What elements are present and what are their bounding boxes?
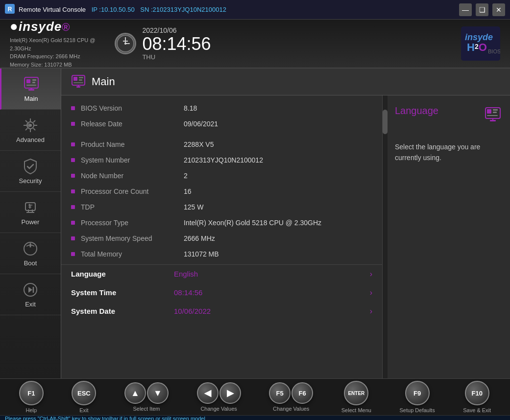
svg-rect-48 [493,112,497,113]
svg-rect-51 [492,118,493,120]
sidebar-item-exit[interactable]: Exit [0,274,61,315]
fn-key-circle-f6: F6 [291,382,313,404]
field-value-system-number: 2102313YJQ10N2100012 [184,156,372,164]
field-value-system-date: 10/06/2022 [174,307,365,315]
field-value-system-memory-speed: 2666 MHz [184,234,372,242]
svg-line-25 [33,120,35,122]
field-row-processor-core-count: Processor Core Count 16 [61,184,382,199]
bios-logo: insyde H2O BIOS [461,26,500,61]
fn-key-label-leftright: Change Values [200,406,237,412]
fn-key-f5[interactable]: F5 [269,382,291,406]
clock-section: 2022/10/06 08:14:56 THU [115,26,211,61]
exit-icon [22,281,39,299]
day-text: THU [142,53,211,61]
field-row-system-number: System Number 2102313YJQ10N2100012 [61,152,382,168]
fn-key-up-down: ▲ ▼ Select Item [124,382,169,412]
svg-rect-42 [73,82,83,83]
field-bullet [71,142,75,146]
header: ●insyde® Intel(R) Xeon(R) Gold 5218 CPU … [0,20,510,69]
title-bar-ip: IP :10.10.50.50 [92,6,137,13]
field-label-node-number: Node Number [81,172,184,180]
svg-rect-11 [26,79,30,83]
sidebar-label-power: Power [22,218,40,226]
field-bullet [71,236,75,240]
sidebar-item-security[interactable]: Security [0,151,61,192]
fn-key-f6[interactable]: F6 [291,382,313,406]
status-bar-text: Please press "Ctrl-Alt-Shift" key to sho… [5,415,399,420]
fn-key-left-right: ◀ ▶ Change Values [197,382,241,412]
field-label-processor-type: Processor Type [81,219,184,227]
panel-header-icon [71,74,86,89]
field-value-language: English [174,270,365,278]
svg-rect-44 [78,85,79,87]
svg-rect-12 [32,79,36,81]
fn-key-circle-down: ▼ [147,382,169,404]
vertical-scrollbar[interactable] [383,95,388,378]
sidebar-label-main: Main [24,95,38,102]
power-icon [22,199,39,216]
field-label-tdp: TDP [81,203,184,211]
scrollbar-thumb[interactable] [383,110,388,134]
right-panel-icon [483,105,503,127]
field-row-release-date: Release Date 09/06/2021 [61,116,382,132]
boot-icon [22,240,39,257]
sidebar-item-boot[interactable]: Boot [0,233,61,274]
fn-key-left[interactable]: ◀ [197,382,219,406]
svg-rect-47 [493,109,498,111]
fn-key-enter[interactable]: ENTER Select Menu [341,381,371,413]
maximize-button[interactable]: ❑ [476,3,488,16]
title-bar-title: Remote Virtual Console IP :10.10.50.50 S… [19,6,459,13]
close-button[interactable]: ✕ [492,3,505,16]
field-label-system-time: System Time [71,288,174,297]
svg-point-5 [124,43,126,45]
fn-key-label-enter: Select Menu [341,407,371,413]
fn-key-label-f5f6: Change Values [273,406,309,412]
fn-key-circle-enter: ENTER [344,381,368,405]
field-value-system-time: 08:14:56 [174,288,365,297]
field-row-system-date[interactable]: System Date 10/06/2022 › [61,302,382,321]
svg-rect-41 [79,79,82,81]
sidebar-item-main[interactable]: Main [0,69,61,110]
field-row-system-time[interactable]: System Time 08:14:56 › [61,283,382,302]
fn-key-up[interactable]: ▲ [124,382,146,406]
svg-text:insyde: insyde [465,32,493,42]
field-label-bios-version: BIOS Version [81,104,184,112]
field-bullet [71,122,75,126]
sidebar-item-power[interactable]: Power [0,192,61,233]
cpu-info: Intel(R) Xeon(R) Gold 5218 CPU @ 2.30GHz… [10,36,95,69]
title-bar: R Remote Virtual Console IP :10.10.50.50… [0,0,510,20]
insyde-logo-text: ●insyde® [10,19,95,34]
fn-key-f9[interactable]: F9 Setup Defaults [400,381,435,413]
security-icon [22,158,39,175]
field-arrow-system-date: › [370,307,372,316]
fn-key-esc[interactable]: ESC Exit [72,381,96,413]
fn-key-f10[interactable]: F10 Save & Exit [463,381,491,413]
fn-key-label-f10: Save & Exit [463,407,491,413]
minimize-button[interactable]: — [459,3,472,16]
field-value-processor-type: Intel(R) Xeon(R) Gold 5218 CPU @ 2.30GHz [184,219,372,227]
fn-key-down[interactable]: ▼ [147,382,169,406]
fn-key-label-esc: Exit [79,407,88,413]
fn-key-f5-f6: F5 F6 Change Values [269,382,313,412]
fn-key-circle-esc: ESC [72,381,96,405]
field-bullet [71,205,75,209]
sidebar-item-advanced[interactable]: € Advanced [0,110,61,151]
field-label-language: Language [71,270,174,278]
panel-content: BIOS Version 8.18 Release Date 09/06/202… [61,95,510,378]
field-value-processor-core-count: 16 [184,187,372,195]
time-text: 08:14:56 [142,34,211,54]
field-row-language[interactable]: Language English › [61,264,382,283]
fn-key-right[interactable]: ▶ [219,382,241,406]
scrollbar-track [383,95,388,378]
field-row-node-number: Node Number 2 [61,168,382,184]
sidebar-label-security: Security [19,177,42,185]
field-bullet [71,221,75,225]
field-value-node-number: 2 [184,172,372,180]
clock-icon [115,33,136,54]
svg-text:€: € [27,123,30,128]
fn-key-circle-f1: F1 [19,381,44,405]
svg-rect-49 [487,115,498,116]
field-value-tdp: 125 W [184,203,372,211]
fn-key-f1[interactable]: F1 Help [19,381,44,413]
field-label-processor-core-count: Processor Core Count [81,187,184,195]
